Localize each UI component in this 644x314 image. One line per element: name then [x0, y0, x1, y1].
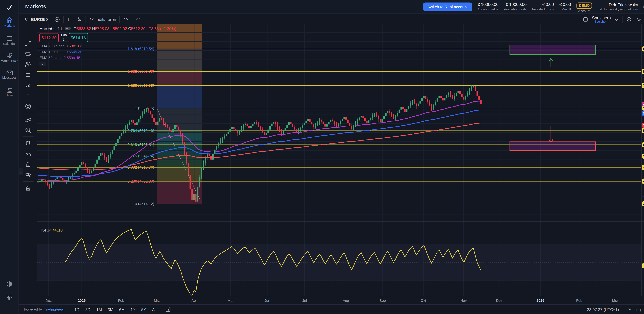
scale-log-button[interactable]: log [636, 307, 641, 312]
legend-visibility-toggle[interactable] [65, 27, 71, 30]
redo-button[interactable] [132, 14, 144, 25]
trash-tool-button[interactable] [22, 183, 34, 193]
drawing-mode-tool-button[interactable] [22, 149, 34, 159]
sidebar-item-markets[interactable]: Markets [0, 17, 19, 28]
sidebar-item-label: Messages [2, 76, 16, 79]
settings-sliders-icon[interactable] [0, 295, 19, 302]
goto-date-button[interactable] [162, 305, 174, 314]
emoji-tool-button[interactable] [22, 101, 34, 111]
price-axis[interactable]: 6500.006400.006300.006200.006100.006000.… [642, 24, 644, 296]
drawn-rectangle-2[interactable] [510, 142, 595, 150]
price-tag: 4916.76 [642, 165, 644, 170]
sidebar-item-market-buzz[interactable]: Market Buzz [0, 53, 19, 63]
redo-icon [135, 17, 141, 22]
time-axis-label: Feb [576, 299, 582, 303]
time-axis-label: Mrz [612, 299, 618, 303]
down-arrow[interactable] [549, 126, 553, 142]
powered-by: Powered by TradingView [19, 305, 69, 314]
zoom-in-tool-button[interactable] [22, 125, 34, 135]
ema-50-legend[interactable]: EMA 50 close 0 5599.45 [40, 56, 176, 60]
price-axis-tick: 6400.00 [644, 30, 644, 35]
lock-tool-button[interactable] [22, 159, 34, 169]
range-button-6m[interactable]: 6M [117, 306, 127, 313]
theme-toggle-icon[interactable] [0, 281, 19, 288]
time-axis-label: Dez [46, 299, 52, 303]
price-axis-tick: 4400.00 [644, 212, 644, 217]
quick-search-icon[interactable] [626, 16, 632, 22]
range-button-1d[interactable]: 1D [72, 306, 82, 313]
range-button-5y[interactable]: 5Y [139, 306, 148, 313]
xabcd-pattern-tool-button[interactable] [22, 59, 34, 69]
pane-separator[interactable] [37, 222, 644, 222]
fib-label: 1.236 (5816.90) [128, 83, 154, 87]
switch-to-real-button[interactable]: Switch to Real account [423, 2, 472, 11]
save-button[interactable]: Speichern Speichern [592, 15, 611, 23]
sidebar-item-calendar[interactable]: Calendar [0, 35, 19, 46]
range-button-all[interactable]: All [150, 306, 158, 313]
gear-icon[interactable] [636, 16, 642, 22]
ema-100-legend[interactable]: EMA 100 close 0 5509.30 [40, 50, 176, 54]
sidebar-item-news[interactable]: News [0, 87, 19, 97]
rsi-legend[interactable]: RSI 14 46.10 [40, 228, 62, 232]
tradingview-link[interactable]: TradingView [44, 307, 64, 312]
range-button-5d[interactable]: 5D [83, 306, 92, 313]
crosshair-tool-button[interactable] [22, 28, 34, 38]
undo-icon [123, 17, 129, 22]
price-tag: 5381.86 [642, 122, 644, 128]
indicators-button[interactable]: ƒx Indikatoren [86, 14, 120, 25]
compare-add-button[interactable] [51, 14, 63, 25]
brush-tool-button[interactable] [22, 80, 34, 90]
undo-button[interactable] [120, 14, 132, 25]
time-axis-label: 2025 [78, 299, 86, 303]
price-tag: 5041.14 [642, 154, 644, 159]
avatar[interactable] [644, 2, 644, 12]
time-axis[interactable]: ↻ Dez2025FebMrzAprMaiJunJulAugSepOktNovD… [37, 296, 644, 304]
drawn-rectangle-1[interactable] [510, 45, 595, 54]
header-right: Switch to Real account € 10000.00Account… [423, 0, 644, 14]
fib-retracement-tool-button[interactable] [22, 48, 34, 59]
range-button-1m[interactable]: 1M [94, 306, 104, 313]
price-tag: 5165.51 [642, 142, 644, 147]
legend-symbol[interactable]: Euro50 · 1T [40, 26, 62, 31]
trend-line-tool-button[interactable] [22, 38, 34, 48]
price-tag: 5568.15 [642, 105, 644, 111]
scale-percent-button[interactable]: % [628, 307, 631, 312]
time-axis-label: Jun [264, 299, 270, 303]
layout-checkbox-icon[interactable] [583, 17, 588, 22]
price-tag: 6219.54 [642, 46, 644, 51]
ruler-tool-button[interactable] [22, 114, 34, 125]
chart-legend: Euro50 · 1T O5688.62 H5705.08 L5592.02 C… [40, 26, 176, 66]
price-axis-tick: 5900.00 [644, 76, 644, 80]
legend-ohlc: O5688.62 H5705.08 L5592.02 C5612.30 −73.… [74, 26, 176, 31]
buy-button[interactable]: 5614.16 [69, 33, 88, 42]
ema-200-line[interactable] [38, 123, 481, 170]
clock[interactable]: 23:07:27 (UTC+1) [587, 307, 619, 312]
text-tool-button[interactable]: T [22, 90, 34, 101]
sidebar-item-label: Markets [4, 24, 15, 27]
sell-button[interactable]: 5612.30 [40, 33, 59, 42]
app-logo-check-icon[interactable] [6, 3, 14, 11]
sidebar-item-messages[interactable]: Messages [0, 70, 19, 80]
legend-collapse-button[interactable]: ⌄ [40, 61, 46, 66]
range-button-1y[interactable]: 1Y [128, 306, 138, 313]
chart-style-button[interactable] [74, 14, 85, 25]
chevron-down-icon[interactable] [615, 18, 618, 21]
ema-100-line[interactable] [38, 110, 481, 177]
hide-eye-tool-button[interactable] [22, 169, 34, 180]
symbol-label: EURO50 [31, 17, 48, 22]
price-axis-tick: 4600.00 [644, 194, 644, 198]
pane-expander-button[interactable]: › [19, 168, 23, 175]
ema-200-legend[interactable]: EMA 200 close 0 5381.86 [40, 44, 176, 48]
user-info[interactable]: Dirk Friczewsky dirk.friczewsky@gmail.co… [598, 2, 638, 12]
long-position-tool-button[interactable] [22, 69, 34, 80]
magnet-tool-button[interactable] [22, 138, 34, 148]
price-axis-tick: 4700.00 [644, 185, 644, 189]
sidebar-item-label: Calendar [3, 42, 16, 45]
rsi-axis-tick: 70.00 [644, 242, 644, 246]
range-button-3m[interactable]: 3M [106, 306, 115, 313]
time-axis-label: Dez [496, 299, 502, 303]
time-axis-label: Apr [192, 299, 197, 303]
interval-button[interactable]: T [64, 14, 73, 25]
symbol-search[interactable]: EURO50 [22, 14, 51, 25]
stat-account-value: € 10000.00Account value [478, 2, 498, 11]
